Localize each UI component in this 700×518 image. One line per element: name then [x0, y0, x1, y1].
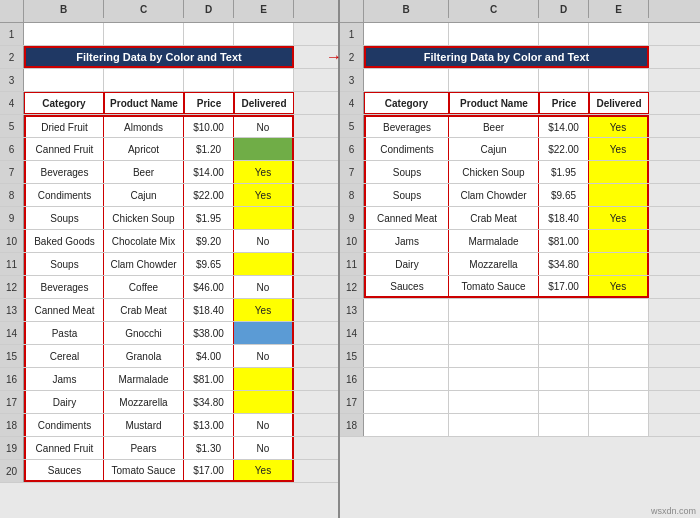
- left-cell-name-19: Pears: [104, 437, 184, 459]
- left-cell-cat-7: Beverages: [24, 161, 104, 183]
- left-cell-cat-20: Sauces: [24, 460, 104, 482]
- left-cell-name-6: Apricot: [104, 138, 184, 160]
- right-cell-price-10: $81.00: [539, 230, 589, 252]
- left-cell-cat-18: Condiments: [24, 414, 104, 436]
- left-cell-price-15: $4.00: [184, 345, 234, 367]
- col-header-c-left: C: [104, 0, 184, 18]
- arrow-icon: →: [322, 46, 346, 68]
- left-cell-del-6: [234, 138, 294, 160]
- left-cell-name-12: Coffee: [104, 276, 184, 298]
- left-row-3: 3: [0, 69, 338, 92]
- left-cell-cat-17: Dairy: [24, 391, 104, 413]
- right-row-6: 6 Condiments Cajun $22.00 Yes: [340, 138, 700, 161]
- right-cell-price-12: $17.00: [539, 276, 589, 298]
- right-cell-del-10: [589, 230, 649, 252]
- left-data-rows: 5 Dried Fruit Almonds $10.00 No 6 Canned…: [0, 115, 338, 483]
- left-cell-name-15: Granola: [104, 345, 184, 367]
- left-cell-name-8: Cajun: [104, 184, 184, 206]
- left-row-11: 11 Soups Clam Chowder $9.65: [0, 253, 338, 276]
- left-cell-del-12: No: [234, 276, 294, 298]
- left-row-8: 8 Condiments Cajun $22.00 Yes: [0, 184, 338, 207]
- left-row-9: 9 Soups Chicken Soup $1.95: [0, 207, 338, 230]
- left-row-6: 6 Canned Fruit Apricot $1.20: [0, 138, 338, 161]
- left-cell-cat-6: Canned Fruit: [24, 138, 104, 160]
- left-cell-del-18: No: [234, 414, 294, 436]
- right-row-10: 10 Jams Marmalade $81.00: [340, 230, 700, 253]
- left-header-del: Delivered: [234, 92, 294, 114]
- col-header-b-left: B: [24, 0, 104, 18]
- right-cell-price-5: $14.00: [539, 115, 589, 137]
- left-cell-cat-11: Soups: [24, 253, 104, 275]
- left-cell-cat-16: Jams: [24, 368, 104, 390]
- left-cell-price-20: $17.00: [184, 460, 234, 482]
- right-empty-row-13: 13: [340, 299, 700, 322]
- right-cell-name-12: Tomato Sauce: [449, 276, 539, 298]
- left-row-20: 20 Sauces Tomato Sauce $17.00 Yes: [0, 460, 338, 483]
- right-cell-name-7: Chicken Soup: [449, 161, 539, 183]
- col-header-b-right: B: [364, 0, 449, 18]
- col-header-c-right: C: [449, 0, 539, 18]
- right-empty-row-14: 14: [340, 322, 700, 345]
- left-cell-cat-13: Canned Meat: [24, 299, 104, 321]
- right-cell-price-8: $9.65: [539, 184, 589, 206]
- right-cell-del-6: Yes: [589, 138, 649, 160]
- left-header-cat: Category: [24, 92, 104, 114]
- right-cell-name-11: Mozzarella: [449, 253, 539, 275]
- left-header-price: Price: [184, 92, 234, 114]
- right-cell-cat-5: Beverages: [364, 115, 449, 137]
- left-row-14: 14 Pasta Gnocchi $38.00: [0, 322, 338, 345]
- left-col-headers: B C D E: [0, 0, 338, 23]
- left-row-19: 19 Canned Fruit Pears $1.30 No: [0, 437, 338, 460]
- left-cell-name-7: Beer: [104, 161, 184, 183]
- left-cell-cat-9: Soups: [24, 207, 104, 229]
- right-row-5: 5 Beverages Beer $14.00 Yes: [340, 115, 700, 138]
- watermark: wsxdn.com: [651, 506, 696, 516]
- right-cell-name-6: Cajun: [449, 138, 539, 160]
- right-row-4: 4 Category Product Name Price Delivered: [340, 92, 700, 115]
- left-cell-name-9: Chicken Soup: [104, 207, 184, 229]
- right-header-name: Product Name: [449, 92, 539, 114]
- right-row-7: 7 Soups Chicken Soup $1.95: [340, 161, 700, 184]
- main-container: B C D E 1 2 Filtering Data by Color and …: [0, 0, 700, 518]
- right-empty-row-17: 17: [340, 391, 700, 414]
- right-cell-del-11: [589, 253, 649, 275]
- left-cell-name-16: Marmalade: [104, 368, 184, 390]
- right-cell-del-8: [589, 184, 649, 206]
- right-header-del: Delivered: [589, 92, 649, 114]
- left-header-name: Product Name: [104, 92, 184, 114]
- right-row-1: 1: [340, 23, 700, 46]
- left-cell-name-10: Chocolate Mix: [104, 230, 184, 252]
- left-cell-name-17: Mozzarella: [104, 391, 184, 413]
- right-row-3: 3: [340, 69, 700, 92]
- corner-cell-right: [340, 0, 364, 22]
- right-row-11: 11 Dairy Mozzarella $34.80: [340, 253, 700, 276]
- left-cell-name-5: Almonds: [104, 115, 184, 137]
- left-cell-name-18: Mustard: [104, 414, 184, 436]
- left-cell-price-8: $22.00: [184, 184, 234, 206]
- col-header-e-left: E: [234, 0, 294, 18]
- left-cell-price-14: $38.00: [184, 322, 234, 344]
- left-cell-price-9: $1.95: [184, 207, 234, 229]
- right-cell-price-7: $1.95: [539, 161, 589, 183]
- right-cell-cat-9: Canned Meat: [364, 207, 449, 229]
- right-row-12: 12 Sauces Tomato Sauce $17.00 Yes: [340, 276, 700, 299]
- left-cell-name-11: Clam Chowder: [104, 253, 184, 275]
- right-cell-cat-7: Soups: [364, 161, 449, 183]
- left-cell-price-18: $13.00: [184, 414, 234, 436]
- left-row-13: 13 Canned Meat Crab Meat $18.40 Yes: [0, 299, 338, 322]
- left-cell-del-14: [234, 322, 294, 344]
- left-cell-cat-5: Dried Fruit: [24, 115, 104, 137]
- right-cell-cat-6: Condiments: [364, 138, 449, 160]
- right-cell-price-11: $34.80: [539, 253, 589, 275]
- left-cell-name-14: Gnocchi: [104, 322, 184, 344]
- right-empty-row-16: 16: [340, 368, 700, 391]
- left-row-16: 16 Jams Marmalade $81.00: [0, 368, 338, 391]
- right-empty-row-15: 15: [340, 345, 700, 368]
- left-cell-del-7: Yes: [234, 161, 294, 183]
- right-cell-cat-11: Dairy: [364, 253, 449, 275]
- left-cell-price-16: $81.00: [184, 368, 234, 390]
- right-row-8: 8 Soups Clam Chowder $9.65: [340, 184, 700, 207]
- corner-cell: [0, 0, 24, 22]
- right-col-headers: B C D E: [340, 0, 700, 23]
- right-table-title: Filtering Data by Color and Text: [364, 46, 649, 68]
